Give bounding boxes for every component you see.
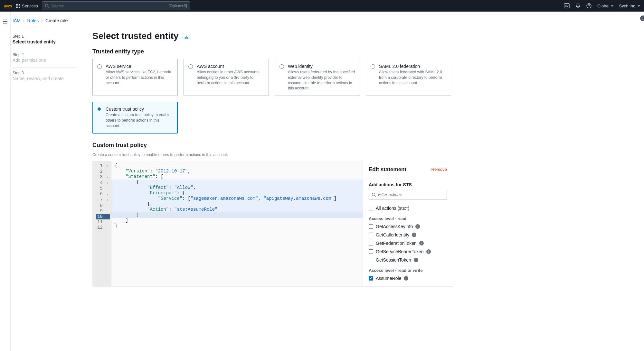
entity-card[interactable]: AWS serviceAllow AWS services like EC2, … xyxy=(92,59,178,96)
top-nav: aws Services [Option+S] Global Sych Inc. xyxy=(0,0,644,12)
search-input[interactable] xyxy=(51,4,169,8)
step-item[interactable]: Step 1Select trusted entity xyxy=(13,31,77,49)
svg-line-1 xyxy=(48,7,49,8)
info-link[interactable]: Info xyxy=(183,35,190,40)
services-button[interactable]: Services xyxy=(16,4,38,8)
code-line[interactable]: "Service": ["sagemaker.amazonaws.com", "… xyxy=(111,196,363,201)
filter-input[interactable] xyxy=(378,192,444,197)
aws-logo[interactable]: aws xyxy=(4,3,12,8)
checkbox-action[interactable] xyxy=(369,249,373,254)
search-icon xyxy=(372,192,376,197)
search-hint: [Option+S] xyxy=(169,4,187,8)
code-line[interactable]: { xyxy=(111,180,363,185)
entity-desc: Create a custom trust policy to enable o… xyxy=(106,112,173,128)
radio-icon xyxy=(97,64,102,69)
gutter-line: 10 xyxy=(96,214,110,219)
info-panel-toggle[interactable]: i xyxy=(640,15,644,21)
entity-desc: Allow AWS services like EC2, Lambda, or … xyxy=(106,69,173,86)
breadcrumb-current: Create role xyxy=(45,18,68,23)
checkbox-all-actions[interactable] xyxy=(369,206,373,210)
radio-icon xyxy=(279,64,284,69)
add-actions-title: Add actions for STS xyxy=(369,182,447,187)
svg-point-5 xyxy=(372,193,375,196)
section-policy-title: Custom trust policy xyxy=(92,142,453,149)
code-editor[interactable]: 1 ▾2 3 ▾4 ▾5 6 ▾7 ▾8 9 10 11 12 { "Versi… xyxy=(93,161,363,286)
code-line[interactable]: "Action": "sts:AssumeRole" xyxy=(111,207,363,212)
breadcrumb-roles[interactable]: Roles xyxy=(27,18,39,23)
action-label: GetSessionToken xyxy=(376,257,411,263)
entity-card[interactable]: Custom trust policyCreate a custom trust… xyxy=(92,102,178,133)
entity-title: SAML 2.0 federation xyxy=(379,64,446,69)
code-line[interactable]: { xyxy=(115,163,359,169)
code-line[interactable]: ] xyxy=(115,218,359,223)
grid-icon xyxy=(16,4,20,8)
step-label: Step 2 xyxy=(13,52,77,57)
all-actions-label: All actions (sts:*) xyxy=(376,206,409,211)
region-dropdown[interactable]: Global xyxy=(597,4,613,8)
radio-icon xyxy=(371,64,375,69)
gutter-line: 1 ▾ xyxy=(96,163,110,169)
action-label: GetCallerIdentity xyxy=(376,232,409,237)
entity-desc: Allow entities in other AWS accounts bel… xyxy=(197,69,264,86)
level-read-head: Access level - read xyxy=(369,216,447,221)
step-title: Add permissions xyxy=(13,58,77,63)
code-line[interactable]: "Principal": { xyxy=(111,190,363,196)
info-icon[interactable]: i xyxy=(412,233,416,237)
breadcrumb-iam[interactable]: IAM xyxy=(13,18,21,23)
entity-grid: AWS serviceAllow AWS services like EC2, … xyxy=(92,59,453,134)
section-trusted-title: Trusted entity type xyxy=(92,48,453,55)
code-line[interactable]: "Effect": "Allow", xyxy=(111,185,363,190)
action-label: GetFederationToken xyxy=(376,241,417,246)
gutter-line: 8 xyxy=(96,203,110,208)
entity-title: AWS service xyxy=(106,64,173,69)
step-label: Step 3 xyxy=(13,71,77,75)
info-icon[interactable]: i xyxy=(415,224,420,229)
gutter-line: 9 xyxy=(96,208,110,214)
entity-card[interactable]: SAML 2.0 federationAllow users federated… xyxy=(366,59,451,96)
page-title: Select trusted entity xyxy=(92,31,179,41)
code-line[interactable]: "Version": "2012-10-17", xyxy=(115,169,359,174)
svg-point-4 xyxy=(589,7,589,7)
policy-area: 1 ▾2 3 ▾4 ▾5 6 ▾7 ▾8 9 10 11 12 { "Versi… xyxy=(92,161,453,287)
entity-card[interactable]: Web identityAllows users federated by th… xyxy=(275,59,360,96)
hamburger-icon[interactable] xyxy=(3,20,7,23)
step-nav: Step 1Select trusted entityStep 2Add per… xyxy=(13,31,77,287)
panel-title: Edit statement xyxy=(369,166,406,173)
step-label: Step 1 xyxy=(13,34,77,39)
checkbox-action[interactable]: ✓ xyxy=(369,276,373,281)
info-icon[interactable]: i xyxy=(426,249,431,254)
bell-icon[interactable] xyxy=(575,3,581,8)
entity-desc: Allows users federated by the specified … xyxy=(288,69,355,91)
search-box[interactable]: [Option+S] xyxy=(42,1,190,10)
step-title: Name, review, and create xyxy=(13,76,77,81)
edit-statement-panel: Edit statement Remove Add actions for ST… xyxy=(363,161,453,286)
checkbox-action[interactable] xyxy=(369,241,373,245)
checkbox-action[interactable] xyxy=(369,224,373,229)
svg-line-6 xyxy=(375,195,376,197)
gutter-line: 7 ▾ xyxy=(96,197,110,203)
services-label: Services xyxy=(22,4,38,8)
info-icon[interactable]: i xyxy=(404,276,408,281)
code-line[interactable]: }, xyxy=(111,201,363,207)
checkbox-action[interactable] xyxy=(369,258,373,262)
gutter-line: 2 xyxy=(96,169,110,174)
gutter-line: 4 ▾ xyxy=(96,180,110,186)
action-label: GetAccessKeyInfo xyxy=(376,224,413,229)
svg-point-0 xyxy=(45,4,48,7)
radio-icon xyxy=(98,107,101,111)
checkbox-action[interactable] xyxy=(369,233,373,237)
step-item: Step 2Add permissions xyxy=(13,49,77,68)
level-rw-head: Access level - read or write xyxy=(369,268,447,273)
help-icon[interactable] xyxy=(586,3,592,8)
filter-box[interactable] xyxy=(369,190,447,199)
account-dropdown[interactable]: Sych Inc. xyxy=(619,4,640,8)
remove-button[interactable]: Remove xyxy=(431,167,447,172)
entity-card[interactable]: AWS accountAllow entities in other AWS a… xyxy=(184,59,269,96)
cloudshell-icon[interactable] xyxy=(564,3,570,9)
gutter-line: 6 ▾ xyxy=(96,191,110,197)
code-line[interactable]: } xyxy=(115,223,359,229)
info-icon[interactable]: i xyxy=(414,258,418,262)
code-line[interactable]: "Statement": [ xyxy=(115,174,359,180)
info-icon[interactable]: i xyxy=(419,241,424,245)
code-line[interactable]: } xyxy=(111,212,363,218)
